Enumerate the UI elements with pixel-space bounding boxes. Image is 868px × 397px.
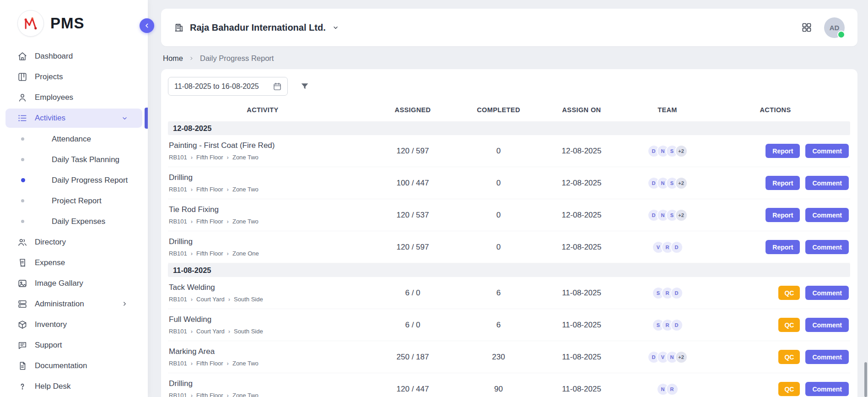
assign-on-value: 11-08-2025	[529, 321, 634, 330]
table-row: Painting - First Coat (Fire Red)RB101›Fi…	[168, 135, 850, 167]
path-separator-icon: ›	[191, 328, 193, 334]
sidebar-item-label: Projects	[35, 72, 136, 82]
path-separator-icon: ›	[227, 250, 229, 256]
scrollbar-thumb[interactable]	[864, 362, 867, 397]
inventory-icon	[17, 320, 27, 330]
comment-button[interactable]: Comment	[805, 382, 849, 396]
comment-button[interactable]: Comment	[805, 350, 849, 364]
team-more-chip: +2	[675, 351, 688, 364]
sidebar-item-label: Image Gallary	[35, 279, 136, 288]
sidebar-item-label: Dashboard	[35, 52, 136, 61]
actions-cell: ReportComment	[701, 208, 850, 222]
sidebar-subitem-daily-task-planning[interactable]: Daily Task Planning	[5, 149, 142, 170]
sidebar-item-label: Activities	[35, 114, 121, 123]
path-segment: Zone Two	[232, 360, 259, 367]
activity-cell: DrillingRB101›Fifth Floor›Zone Two	[168, 173, 357, 193]
path-segment: Zone Two	[232, 392, 259, 397]
sidebar-item-image-gallary[interactable]: Image Gallary	[5, 273, 142, 294]
sidebar-subitem-attendance[interactable]: Attendance	[5, 129, 142, 149]
table-row: Marking AreaRB101›Fifth Floor›Zone Two25…	[168, 341, 850, 373]
path-segment: RB101	[169, 360, 187, 367]
path-segment: Zone Two	[232, 186, 259, 193]
path-segment: RB101	[169, 250, 187, 257]
comment-button[interactable]: Comment	[805, 208, 849, 222]
sidebar-subitem-daily-expenses[interactable]: Daily Expenses	[5, 211, 142, 232]
active-indicator-bar	[145, 108, 148, 129]
path-segment: RB101	[169, 392, 187, 397]
qc-button[interactable]: QC	[778, 350, 800, 364]
qc-button[interactable]: QC	[778, 382, 800, 396]
activity-cell: Painting - First Coat (Fire Red)RB101›Fi…	[168, 141, 357, 161]
sidebar-item-help-desk[interactable]: Help Desk	[5, 376, 142, 397]
comment-button[interactable]: Comment	[805, 144, 849, 158]
group-date-row: 11-08-2025	[168, 263, 850, 277]
sidebar-item-expense[interactable]: Expense	[5, 252, 142, 273]
comment-button[interactable]: Comment	[805, 240, 849, 254]
helpdesk-icon	[17, 381, 27, 392]
team-avatars: SRD	[634, 287, 701, 299]
sidebar-subitem-label: Daily Task Planning	[52, 155, 119, 164]
team-more-chip: +2	[675, 177, 688, 190]
actions-cell: QCComment	[701, 382, 850, 396]
activity-cell: Marking AreaRB101›Fifth Floor›Zone Two	[168, 347, 357, 367]
bullet-icon	[21, 199, 24, 202]
filter-button[interactable]	[300, 82, 310, 92]
report-button[interactable]: Report	[766, 240, 800, 254]
path-segment: RB101	[169, 186, 187, 193]
path-segment: Court Yard	[196, 296, 225, 303]
report-button[interactable]: Report	[766, 208, 800, 222]
path-segment: RB101	[169, 328, 187, 335]
sidebar-item-support[interactable]: Support	[5, 335, 142, 355]
assigned-value: 100 / 447	[357, 179, 468, 188]
path-segment: Fifth Floor	[196, 154, 223, 161]
sidebar-item-dashboard[interactable]: Dashboard	[5, 46, 142, 66]
completed-value: 0	[468, 147, 529, 156]
comment-button[interactable]: Comment	[805, 318, 849, 332]
actions-cell: ReportComment	[701, 144, 850, 158]
path-separator-icon: ›	[227, 186, 229, 192]
path-separator-icon: ›	[227, 392, 229, 397]
sidebar-item-documentation[interactable]: Documentation	[5, 355, 142, 376]
user-avatar[interactable]: AD	[824, 17, 845, 38]
sidebar-collapse-button[interactable]	[140, 18, 154, 33]
breadcrumb-current: Daily Progress Report	[200, 54, 274, 63]
progress-table: ACTIVITYASSIGNEDCOMPLETEDASSIGN ONTEAMAC…	[168, 98, 850, 397]
sidebar-item-projects[interactable]: Projects	[5, 66, 142, 87]
team-avatars: DVN+2	[634, 351, 701, 364]
sidebar-subitem-project-report[interactable]: Project Report	[5, 190, 142, 211]
date-range-input[interactable]: 11-08-2025 to 16-08-2025	[168, 77, 288, 96]
breadcrumb-home[interactable]: Home	[163, 54, 183, 63]
path-separator-icon: ›	[191, 250, 193, 256]
report-button[interactable]: Report	[766, 176, 800, 190]
company-selector[interactable]: Raja Bahadur International Ltd.	[174, 22, 340, 33]
qc-button[interactable]: QC	[778, 318, 800, 332]
path-segment: Court Yard	[196, 328, 225, 335]
activity-title: Drilling	[169, 237, 357, 246]
sidebar-item-label: Inventory	[35, 320, 136, 329]
actions-cell: QCComment	[701, 318, 850, 332]
sidebar-subitem-label: Project Report	[52, 196, 102, 206]
activity-path: RB101›Court Yard›South Side	[169, 328, 357, 335]
activity-path: RB101›Fifth Floor›Zone One	[169, 250, 357, 257]
sidebar-subitem-label: Daily Expenses	[52, 217, 105, 226]
sidebar-subitem-daily-progress-report[interactable]: Daily Progress Report	[5, 170, 142, 190]
group-date-label: 11-08-2025	[173, 266, 211, 275]
sidebar-item-inventory[interactable]: Inventory	[5, 314, 142, 335]
sidebar-item-employees[interactable]: Employees	[5, 87, 142, 108]
chevron-right-icon	[189, 55, 194, 61]
comment-button[interactable]: Comment	[805, 176, 849, 190]
qc-button[interactable]: QC	[778, 286, 800, 300]
sidebar-subitem-label: Attendance	[52, 135, 91, 144]
comment-button[interactable]: Comment	[805, 286, 849, 300]
home-icon	[17, 51, 27, 61]
sidebar-item-label: Support	[35, 341, 136, 350]
sidebar-item-administration[interactable]: Administration	[5, 294, 142, 314]
activity-cell: Full WeldingRB101›Court Yard›South Side	[168, 315, 357, 335]
documentation-icon	[17, 361, 27, 371]
sidebar-item-directory[interactable]: Directory	[5, 232, 142, 252]
sidebar-item-activities[interactable]: Activities	[5, 109, 142, 128]
apps-grid-button[interactable]	[801, 22, 812, 33]
calendar-icon	[273, 82, 282, 91]
report-button[interactable]: Report	[766, 144, 800, 158]
funnel-icon	[300, 82, 310, 92]
